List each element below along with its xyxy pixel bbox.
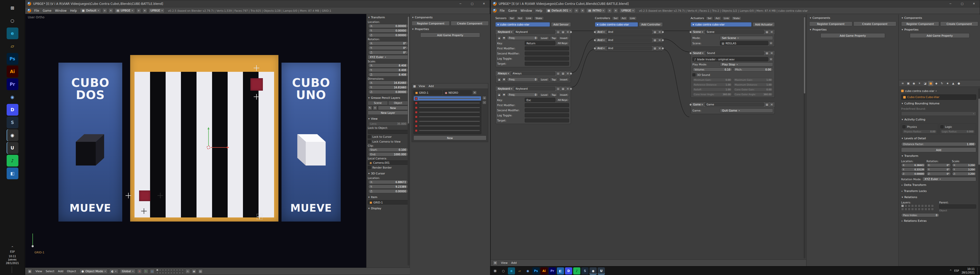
controller-name-field[interactable]: And [607, 46, 652, 50]
controller-type-dropdown[interactable]: And [596, 38, 606, 42]
blender-logo-icon[interactable] [27, 9, 31, 13]
relations-panel-header[interactable]: Relations [901, 195, 976, 200]
properties-tab[interactable]: ☀ [917, 81, 922, 86]
second-modifier-field[interactable] [525, 108, 569, 112]
upbge-icon[interactable]: U [6, 142, 18, 154]
layer-cell[interactable] [156, 272, 159, 274]
menu-item[interactable]: View [499, 261, 509, 266]
menu-item[interactable]: Game [506, 8, 519, 13]
controller-name-field[interactable]: And [607, 38, 652, 42]
delete-brick-icon[interactable] [658, 30, 662, 34]
layer-cell[interactable] [918, 204, 921, 207]
expand-icon[interactable] [765, 30, 769, 34]
layer-cell[interactable] [176, 272, 178, 274]
layer-cell[interactable] [928, 204, 931, 207]
local-camera-field[interactable]: Camera.001 [368, 160, 408, 165]
editor-type-icon[interactable]: ⌘ [493, 261, 498, 266]
sound-3d-field[interactable]: Cone Outer Gain:0.00 [733, 88, 773, 92]
controller-object-name[interactable]: cubo contra cubo-viar [595, 22, 638, 27]
location-field[interactable]: Y:0.33139 [901, 168, 925, 171]
transform-locks-panel-header[interactable]: Transform Locks [901, 189, 976, 193]
3d-sound-checkbox[interactable] [692, 73, 695, 76]
layer-cell[interactable] [901, 208, 904, 210]
play-mode-dropdown[interactable]: Play Stop [720, 62, 773, 66]
actuator-type-dropdown[interactable]: Game [692, 103, 704, 106]
expand-icon[interactable] [561, 30, 565, 34]
And-icon[interactable]: And And [595, 46, 663, 51]
pulse-false-icon[interactable] [502, 77, 506, 82]
pivot-dropdown[interactable]: Global [120, 269, 135, 274]
properties-panel-header[interactable]: Properties [809, 27, 896, 32]
3d-cursor-panel-header[interactable]: 3D Cursor [368, 171, 408, 176]
pulse-false-icon[interactable] [502, 36, 506, 40]
pitch-field[interactable]: Pitch:0.00 [733, 68, 773, 71]
sensor-always-brick[interactable]: Always Always Freq:0 Level [495, 71, 571, 83]
steam-icon[interactable]: S [6, 117, 18, 128]
add-controller-button[interactable]: Add Controller [639, 22, 663, 27]
layer-cell[interactable] [170, 269, 172, 271]
sound-3d-field[interactable]: Maximum Gain:1.00 [733, 78, 773, 82]
item-panel-header[interactable]: Item [368, 195, 408, 200]
render-settings-icon[interactable] [198, 269, 203, 274]
pin-icon[interactable] [556, 71, 560, 75]
sound-3d-field[interactable]: Reference Distance:1.00 [692, 83, 732, 87]
item-object-field[interactable]: GRID-1 [368, 200, 408, 204]
language-indicator[interactable]: ESP [10, 250, 15, 253]
scale-field[interactable]: Z:8.408 [368, 73, 408, 77]
layer-cell[interactable] [181, 269, 184, 271]
sound-file-field[interactable]: blade invader - original.wav [692, 57, 768, 62]
register-component-button[interactable]: Register Component [809, 21, 853, 26]
layer-cell[interactable] [921, 208, 924, 210]
layers-widget[interactable] [901, 204, 938, 210]
clock[interactable]: 10:11 28/1/2021 [962, 267, 975, 274]
invert-toggle[interactable]: Invert [558, 36, 569, 40]
layer-cell[interactable] [159, 269, 161, 271]
pin-icon[interactable] [556, 87, 560, 91]
controller-type-dropdown[interactable]: And [596, 46, 606, 50]
sensor-output-socket[interactable] [570, 72, 572, 75]
add-slot-button[interactable] [482, 96, 487, 100]
expand-icon[interactable] [561, 71, 565, 75]
rotate-manipulator-icon[interactable] [143, 269, 148, 274]
gpencil-new-button[interactable]: New [378, 106, 408, 110]
sound-3d-field[interactable]: Cone Inner Angle:360.00 [692, 92, 732, 96]
menu-item[interactable]: Help [68, 8, 79, 13]
tray-chevron-icon[interactable]: ^ [950, 269, 952, 272]
location-field[interactable]: X:6.38441 [901, 163, 925, 167]
key-field[interactable]: Return [525, 41, 555, 45]
all-keys-toggle[interactable]: All Keys [556, 98, 569, 102]
rotation-field[interactable]: X:0° [368, 41, 408, 45]
layer-cell[interactable] [179, 269, 181, 271]
layer-cell[interactable] [165, 272, 167, 274]
scrollbar[interactable] [407, 16, 409, 266]
properties-tab[interactable]: ◪ [923, 81, 928, 86]
location-field[interactable]: Z:0.00000 [901, 172, 925, 176]
delete-brick-icon[interactable] [566, 71, 570, 75]
notifications-icon[interactable] [12, 266, 13, 273]
culling-panel-header[interactable]: Culling Bounding Volume [901, 101, 976, 106]
lock-to-object-field[interactable] [368, 130, 408, 134]
distance-factor-field[interactable]: Distance Factor:1.000 [901, 142, 976, 146]
properties-tab[interactable]: ◆ [934, 81, 939, 86]
filter-toggle[interactable]: Sel [612, 16, 619, 20]
clip-start-field[interactable]: Start:0.100 [368, 148, 408, 152]
menu-item[interactable]: File [498, 8, 506, 13]
blender-icon[interactable]: ◉ [590, 267, 597, 275]
delete-brick-icon[interactable] [658, 38, 662, 42]
pin-icon[interactable] [556, 30, 560, 34]
close-button[interactable]: ✕ [968, 0, 980, 7]
scrollbar[interactable] [978, 89, 980, 265]
parent-field[interactable] [939, 204, 976, 209]
properties-tab[interactable]: ▣ [906, 81, 911, 86]
target-field[interactable] [525, 62, 569, 66]
steam-icon[interactable]: S [581, 267, 589, 275]
freq-field[interactable]: Freq:0 [507, 77, 538, 82]
menu-item[interactable]: File [32, 8, 41, 13]
object-breadcrumb-field[interactable]: GRID-1 [414, 90, 442, 95]
first-modifier-field[interactable] [525, 103, 569, 107]
logic-editor[interactable]: Sensors SelActLinkState cubo contra cubo… [491, 14, 807, 266]
tray-chevron-icon[interactable]: ^ [11, 246, 13, 249]
folder-icon[interactable]: ▱ [516, 267, 523, 275]
3d-cursor[interactable] [207, 145, 210, 149]
actuator-input-socket[interactable] [689, 103, 692, 106]
